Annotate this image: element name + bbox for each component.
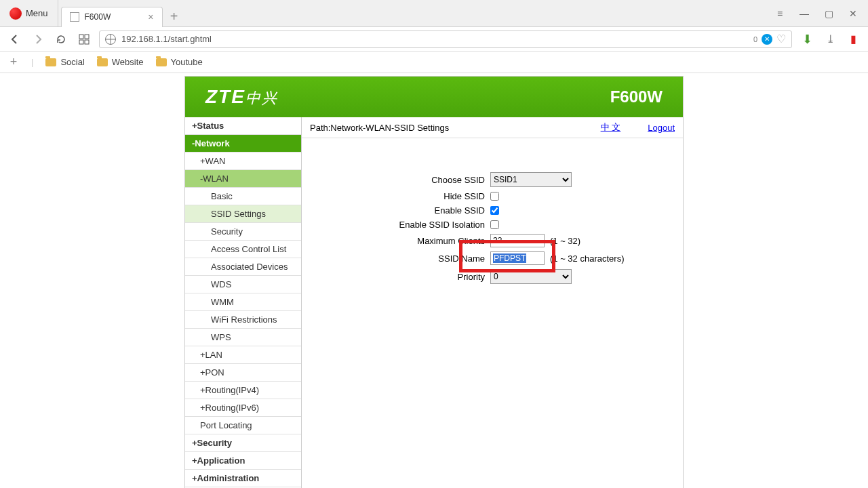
max-clients-hint: (1 ~ 32): [550, 236, 580, 246]
maximize-button[interactable]: ▢: [819, 4, 838, 23]
ssid-name-input[interactable]: PFDPST: [490, 251, 545, 265]
svg-rect-3: [85, 40, 89, 44]
enable-ssid-label: Enable SSID: [315, 205, 485, 216]
choose-ssid-select[interactable]: SSID1: [490, 172, 572, 187]
easy-setup-icon[interactable]: ≡: [770, 4, 789, 23]
speed-dial-button[interactable]: [76, 31, 92, 47]
bookmark-heart-icon[interactable]: ♡: [776, 33, 786, 45]
svg-rect-1: [85, 35, 89, 39]
sidebar-item-pon[interactable]: +PON: [185, 364, 301, 382]
sidebar-toggle-icon[interactable]: ▮: [845, 31, 861, 47]
svg-rect-2: [79, 40, 83, 44]
reload-button[interactable]: [53, 31, 69, 47]
minimize-button[interactable]: —: [795, 4, 814, 23]
opera-logo-icon: [9, 7, 22, 20]
folder-icon: [97, 58, 108, 66]
url-text: 192.168.1.1/start.ghtml: [121, 34, 212, 44]
opera-menu-button[interactable]: Menu: [0, 0, 58, 26]
sidebar-item-wlan[interactable]: -WLAN: [185, 170, 301, 188]
adblock-icon[interactable]: ✕: [762, 34, 772, 45]
model-label: F600W: [610, 87, 663, 106]
globe-icon: [105, 34, 116, 45]
back-button[interactable]: [7, 31, 23, 47]
isolation-label: Enable SSID Isolation: [315, 220, 485, 230]
hide-ssid-label: Hide SSID: [315, 191, 485, 201]
sidebar-item-acl[interactable]: Access Control List: [185, 241, 301, 258]
priority-select[interactable]: 0: [490, 269, 572, 284]
ssid-name-label: SSID Name: [315, 253, 485, 264]
sidebar-item-wan[interactable]: +WAN: [185, 152, 301, 170]
router-header: ZTE中兴 F600W: [185, 77, 683, 117]
sidebar-item-ssid-settings[interactable]: SSID Settings: [185, 205, 301, 223]
download-tray-icon[interactable]: ⤓: [822, 31, 838, 47]
breadcrumb: Path:Network-WLAN-SSID Settings: [310, 123, 449, 133]
browser-tab[interactable]: F600W ×: [61, 7, 163, 27]
sidebar-item-port-locating[interactable]: Port Locating: [185, 417, 301, 434]
tab-title: F600W: [85, 12, 111, 22]
choose-ssid-label: Choose SSID: [315, 175, 485, 185]
bookmark-youtube[interactable]: Youtube: [156, 57, 203, 67]
new-tab-button[interactable]: +: [164, 7, 184, 27]
sidebar-item-administration[interactable]: +Administration: [185, 470, 301, 487]
downloads-button[interactable]: ⬇: [799, 31, 815, 47]
priority-label: Priority: [315, 272, 485, 282]
close-button[interactable]: ✕: [844, 4, 863, 23]
sidebar-item-status[interactable]: +Status: [185, 117, 301, 135]
sidebar-item-lan[interactable]: +LAN: [185, 346, 301, 364]
sidebar-item-application[interactable]: +Application: [185, 452, 301, 470]
sidebar-item-routing4[interactable]: +Routing(IPv4): [185, 382, 301, 399]
close-icon[interactable]: ×: [148, 12, 153, 22]
sidebar-item-security-sub[interactable]: Security: [185, 223, 301, 241]
blocker-count: 0: [753, 35, 757, 43]
svg-rect-0: [79, 35, 83, 39]
sidebar-item-wps[interactable]: WPS: [185, 329, 301, 346]
max-clients-input[interactable]: [490, 234, 545, 247]
sidebar-item-associated[interactable]: Associated Devices: [185, 258, 301, 276]
menu-label: Menu: [26, 8, 48, 18]
folder-icon: [156, 58, 167, 66]
logout-link[interactable]: Logout: [648, 123, 675, 133]
enable-ssid-checkbox[interactable]: [490, 206, 499, 215]
hide-ssid-checkbox[interactable]: [490, 192, 499, 201]
bookmark-social[interactable]: Social: [45, 57, 84, 67]
sidebar-item-routing6[interactable]: +Routing(IPv6): [185, 399, 301, 417]
sidebar-item-wifi-restrictions[interactable]: WiFi Restrictions: [185, 311, 301, 329]
sidebar-item-wds[interactable]: WDS: [185, 276, 301, 293]
sidebar-item-wmm[interactable]: WMM: [185, 293, 301, 311]
add-bookmark-button[interactable]: +: [8, 57, 19, 68]
ssid-name-hint: (1 ~ 32 characters): [550, 253, 624, 264]
sidebar: +Status -Network +WAN -WLAN Basic SSID S…: [185, 117, 302, 488]
zte-logo: ZTE中兴: [205, 86, 278, 108]
sidebar-item-basic[interactable]: Basic: [185, 188, 301, 205]
folder-icon: [45, 58, 56, 66]
page-icon: [70, 12, 79, 22]
isolation-checkbox[interactable]: [490, 220, 499, 229]
sidebar-item-security[interactable]: +Security: [185, 434, 301, 452]
max-clients-label: Maximum Clients: [315, 236, 485, 246]
language-link[interactable]: 中 文: [601, 121, 621, 134]
address-bar[interactable]: 192.168.1.1/start.ghtml 0 ✕ ♡: [99, 30, 792, 48]
forward-button[interactable]: [30, 31, 46, 47]
bookmark-website[interactable]: Website: [97, 57, 144, 67]
sidebar-item-network[interactable]: -Network: [185, 135, 301, 152]
